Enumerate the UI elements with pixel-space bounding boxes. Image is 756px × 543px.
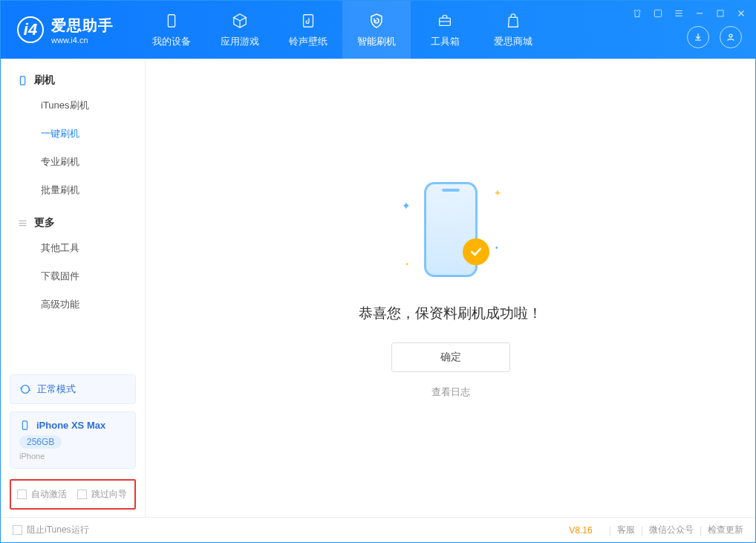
sidebar-item-pro-flash[interactable]: 专业刷机	[1, 148, 145, 176]
storage-badge: 256GB	[19, 435, 62, 449]
success-message: 恭喜您，保资料刷机成功啦！	[359, 304, 542, 323]
logo-icon: i4	[17, 16, 44, 43]
checkbox-skip-setup[interactable]: 跳过向导	[77, 488, 127, 501]
success-illustration: ✦ ✦ • •	[399, 178, 503, 282]
svg-point-5	[729, 34, 732, 37]
sidebar-item-oneclick-flash[interactable]: 一键刷机	[1, 120, 145, 148]
checkbox-icon	[17, 490, 27, 499]
cube-icon	[230, 11, 250, 30]
svg-rect-7	[22, 421, 27, 429]
titlebar: i4 爱思助手 www.i4.cn 我的设备 应用游戏 铃声壁纸 智能刷机	[1, 1, 755, 59]
phone-icon	[17, 75, 28, 86]
sidebar-item-other-tools[interactable]: 其他工具	[1, 234, 145, 262]
nav-ringtone-wallpaper[interactable]: 铃声壁纸	[274, 1, 342, 59]
nav-label: 我的设备	[152, 35, 191, 48]
checkbox-label: 自动激活	[31, 488, 67, 501]
shopping-bag-icon	[504, 11, 523, 30]
window-controls	[630, 7, 748, 20]
device-name-label: iPhone XS Max	[36, 420, 105, 431]
shield-refresh-icon	[367, 11, 386, 30]
sidebar: 刷机 iTunes刷机 一键刷机 专业刷机 批量刷机 更多 其他工具 下载固件 …	[1, 59, 146, 517]
success-check-icon	[463, 238, 489, 265]
sync-icon	[19, 383, 31, 395]
svg-rect-1	[304, 15, 313, 27]
checkbox-label: 跳过向导	[91, 488, 127, 501]
link-check-update[interactable]: 检查更新	[708, 524, 743, 536]
sparkle-icon: •	[406, 260, 409, 268]
nav-my-device[interactable]: 我的设备	[137, 1, 206, 59]
feedback-icon[interactable]	[651, 7, 665, 20]
link-wechat[interactable]: 微信公众号	[649, 524, 694, 536]
mode-card[interactable]: 正常模式	[10, 374, 136, 404]
sidebar-group-more: 更多	[1, 212, 145, 234]
mode-label: 正常模式	[37, 383, 76, 396]
top-nav: 我的设备 应用游戏 铃声壁纸 智能刷机 工具箱 爱思商城	[137, 1, 547, 59]
device-type: iPhone	[19, 452, 126, 461]
group-title: 刷机	[34, 74, 55, 87]
logo: i4 爱思助手 www.i4.cn	[1, 1, 130, 59]
version-label: V8.16	[569, 525, 592, 536]
music-file-icon	[299, 11, 318, 30]
app-domain: www.i4.cn	[51, 36, 114, 45]
close-icon[interactable]	[734, 7, 748, 20]
toolbox-icon	[435, 11, 454, 30]
nav-toolbox[interactable]: 工具箱	[411, 1, 479, 59]
svg-rect-0	[168, 15, 175, 27]
sidebar-item-batch-flash[interactable]: 批量刷机	[1, 176, 145, 204]
svg-rect-4	[717, 10, 723, 16]
user-icon[interactable]	[720, 26, 742, 48]
body: 刷机 iTunes刷机 一键刷机 专业刷机 批量刷机 更多 其他工具 下载固件 …	[1, 59, 755, 517]
ok-button[interactable]: 确定	[391, 342, 510, 372]
link-support[interactable]: 客服	[617, 524, 635, 536]
sparkle-icon: •	[495, 244, 498, 252]
nav-label: 爱思商城	[494, 35, 532, 48]
view-log-link[interactable]: 查看日志	[431, 386, 470, 399]
nav-store[interactable]: 爱思商城	[479, 1, 547, 59]
titlebar-account	[687, 26, 742, 48]
maximize-icon[interactable]	[714, 7, 727, 20]
shirt-icon[interactable]	[630, 7, 644, 20]
app-name: 爱思助手	[51, 16, 114, 36]
main-content: ✦ ✦ • • 恭喜您，保资料刷机成功啦！ 确定 查看日志	[146, 59, 755, 517]
nav-label: 铃声壁纸	[289, 35, 328, 48]
highlighted-options: 自动激活 跳过向导	[10, 479, 136, 510]
nav-label: 工具箱	[431, 35, 460, 48]
sidebar-item-itunes-flash[interactable]: iTunes刷机	[1, 91, 145, 120]
nav-label: 应用游戏	[221, 35, 259, 48]
device-icon	[162, 11, 181, 30]
checkbox-block-itunes[interactable]: 阻止iTunes运行	[13, 524, 89, 536]
checkbox-icon	[77, 490, 87, 499]
download-icon[interactable]	[687, 26, 709, 48]
sidebar-group-flash: 刷机	[1, 69, 145, 91]
device-card[interactable]: iPhone XS Max 256GB iPhone	[10, 412, 136, 469]
minimize-icon[interactable]	[693, 7, 706, 20]
checkbox-icon	[13, 525, 22, 535]
sparkle-icon: ✦	[402, 200, 411, 212]
menu-icon[interactable]	[672, 7, 685, 20]
nav-apps-games[interactable]: 应用游戏	[206, 1, 274, 59]
sidebar-item-download-firmware[interactable]: 下载固件	[1, 262, 145, 290]
checkbox-label: 阻止iTunes运行	[27, 524, 89, 536]
sidebar-item-advanced[interactable]: 高级功能	[1, 290, 145, 319]
phone-icon	[19, 420, 30, 431]
group-title: 更多	[34, 216, 55, 230]
nav-smart-flash[interactable]: 智能刷机	[342, 1, 411, 59]
nav-label: 智能刷机	[357, 35, 396, 48]
sparkle-icon: ✦	[494, 188, 501, 198]
app-window: i4 爱思助手 www.i4.cn 我的设备 应用游戏 铃声壁纸 智能刷机	[0, 0, 756, 543]
list-icon	[17, 218, 28, 229]
svg-rect-6	[20, 76, 25, 84]
statusbar: 阻止iTunes运行 V8.16 | 客服 | 微信公众号 | 检查更新	[1, 517, 755, 542]
svg-rect-3	[654, 10, 661, 16]
checkbox-auto-activate[interactable]: 自动激活	[17, 488, 67, 501]
